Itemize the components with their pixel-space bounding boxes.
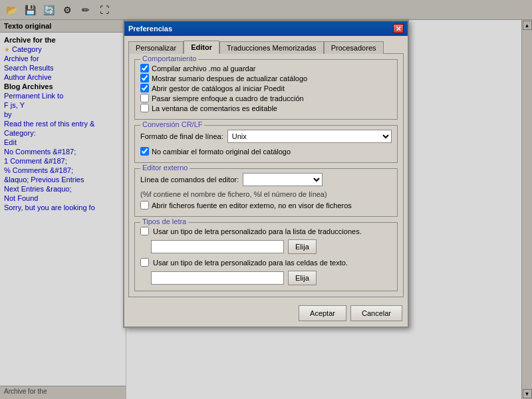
checkbox-comentarios[interactable] (140, 104, 149, 112)
modal-overlay: Preferencias ✕ Personalizar Editor Tradu… (0, 0, 532, 399)
tab-personalizar[interactable]: Personalizar (128, 41, 184, 54)
font2-elija-button[interactable]: Elija (288, 271, 317, 285)
section-editor-externo-label: Editor externo (140, 164, 190, 172)
label-compilar[interactable]: Compilar archivo .mo al guardar (152, 65, 256, 72)
font1-elija-button[interactable]: Elija (288, 239, 317, 254)
checkbox-font1[interactable] (140, 227, 149, 235)
dialog-close-button[interactable]: ✕ (393, 24, 404, 33)
dialog-footer: Aceptar Cancelar (124, 301, 408, 327)
format-row: Formato de final de línea: Unix Windows … (140, 130, 392, 143)
check-no-cambiar: No cambiar el formato original del catál… (140, 147, 392, 156)
format-select[interactable]: Unix Windows Mac (227, 130, 392, 143)
label-open-external[interactable]: Abrir ficheros fuente en editor externo,… (152, 201, 352, 209)
section-tipos-letra: Tipos de letra Usar un tipo de letra per… (134, 222, 398, 291)
dialog-titlebar: Preferencias ✕ (124, 21, 408, 36)
format-label: Formato de final de línea: (140, 132, 223, 140)
check-gestor: Abrir gestor de catálogos al iniciar Poe… (140, 84, 392, 92)
label-comentarios[interactable]: La ventana de comentarios es editable (152, 104, 277, 112)
label-enfoque[interactable]: Pasar siempre enfoque a cuadro de traduc… (152, 94, 304, 102)
tab-editor[interactable]: Editor (184, 41, 219, 54)
cancel-button[interactable]: Cancelar (350, 305, 402, 321)
hint-text: (%f contiene el nombre de fichero, %l el… (140, 190, 392, 198)
label-gestor[interactable]: Abrir gestor de catálogos al iniciar Poe… (152, 84, 285, 92)
check-compilar: Compilar archivo .mo al guardar (140, 64, 392, 72)
dialog-title: Preferencias (128, 25, 172, 33)
cmd-label: Línea de comandos del editor: (140, 176, 239, 184)
font2-textbox (151, 271, 284, 285)
cmd-row: Línea de comandos del editor: (140, 173, 392, 186)
tab-content-editor: Comportamiento Compilar archivo .mo al g… (128, 53, 404, 297)
accept-button[interactable]: Aceptar (299, 305, 346, 321)
cmd-select[interactable] (243, 173, 323, 186)
checkbox-open-external[interactable] (140, 201, 149, 209)
check-open-external: Abrir ficheros fuente en editor externo,… (140, 201, 392, 209)
label-sumario[interactable]: Mostrar sumario despues de actualizar ca… (152, 74, 307, 82)
tab-procesadores[interactable]: Procesadores (324, 41, 384, 54)
tabs-bar: Personalizar Editor Traducciones Memoriz… (128, 40, 404, 53)
checkbox-enfoque[interactable] (140, 94, 149, 102)
section-comportamiento-label: Comportamiento (140, 55, 198, 63)
dialog-body: Personalizar Editor Traducciones Memoriz… (124, 36, 408, 301)
check-sumario: Mostrar sumario despues de actualizar ca… (140, 74, 392, 82)
section-conversion-label: Conversión CR/LF (140, 120, 204, 128)
checkbox-sumario[interactable] (140, 74, 149, 82)
font1-textbox (151, 240, 284, 253)
checkbox-compilar[interactable] (140, 64, 149, 72)
section-tipos-letra-label: Tipos de letra (140, 217, 188, 225)
section-editor-externo: Editor externo Línea de comandos del edi… (134, 168, 398, 217)
font2-row: Usar un tipo de letra personalizado para… (140, 258, 392, 267)
check-comentarios: La ventana de comentarios es editable (140, 104, 392, 112)
label-font1[interactable]: Usar un tipo de letra personalizado para… (153, 227, 392, 235)
checkbox-gestor[interactable] (140, 84, 149, 92)
section-conversion: Conversión CR/LF Formato de final de lín… (134, 125, 398, 163)
preferences-dialog: Preferencias ✕ Personalizar Editor Tradu… (123, 20, 409, 328)
checkbox-no-cambiar[interactable] (140, 147, 149, 156)
tab-traducciones[interactable]: Traducciones Memorizadas (219, 41, 324, 54)
label-font2[interactable]: Usar un tipo de letra personalizado para… (153, 259, 392, 267)
section-comportamiento: Comportamiento Compilar archivo .mo al g… (134, 59, 398, 120)
checkbox-font2[interactable] (140, 258, 149, 267)
label-no-cambiar[interactable]: No cambiar el formato original del catál… (152, 148, 291, 156)
font1-row: Usar un tipo de letra personalizado para… (140, 227, 392, 235)
check-enfoque: Pasar siempre enfoque a cuadro de traduc… (140, 94, 392, 102)
